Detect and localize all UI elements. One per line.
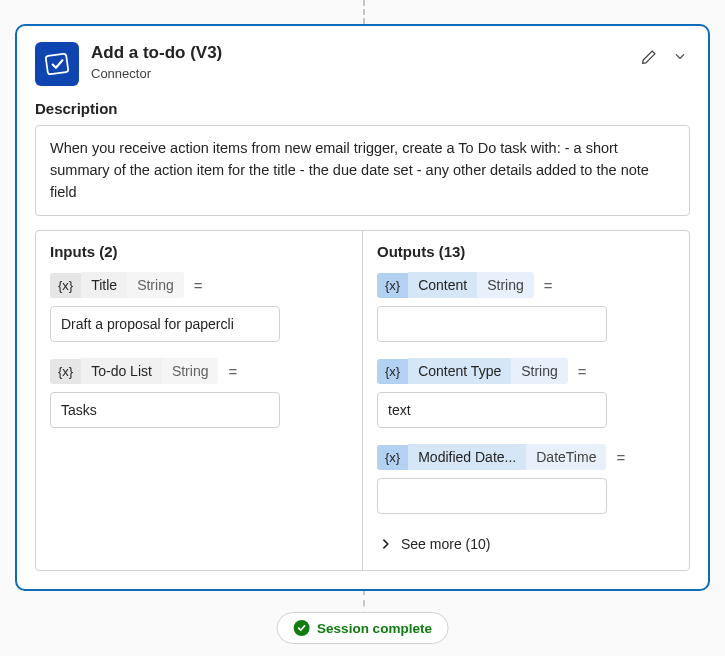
description-heading: Description <box>35 100 690 117</box>
card-subtitle: Connector <box>91 66 628 83</box>
param-type: String <box>127 272 184 298</box>
output-param: {x} Modified Date... DateTime = <box>377 444 675 514</box>
card-title: Add a to-do (V3) <box>91 42 628 64</box>
variable-icon: {x} <box>50 273 81 298</box>
see-more-button[interactable]: See more (10) <box>377 530 675 558</box>
equals-sign: = <box>194 277 203 294</box>
output-param: {x} Content String = <box>377 272 675 342</box>
input-value-field[interactable] <box>50 306 280 342</box>
title-block: Add a to-do (V3) Connector <box>91 42 628 83</box>
chevron-down-icon[interactable] <box>672 48 690 66</box>
session-status-label: Session complete <box>317 621 432 636</box>
card-header: Add a to-do (V3) Connector <box>35 42 690 86</box>
equals-sign: = <box>578 363 587 380</box>
output-value-field[interactable] <box>377 392 607 428</box>
param-name: Modified Date... <box>408 444 526 470</box>
param-type: String <box>511 358 568 384</box>
header-actions <box>640 48 690 66</box>
input-param: {x} To-do List String = <box>50 358 348 428</box>
session-status-badge: Session complete <box>276 612 449 644</box>
param-name: Content <box>408 272 477 298</box>
equals-sign: = <box>544 277 553 294</box>
param-type: String <box>162 358 219 384</box>
variable-icon: {x} <box>377 273 408 298</box>
output-param: {x} Content Type String = <box>377 358 675 428</box>
chevron-right-icon <box>379 537 393 551</box>
see-more-label: See more (10) <box>401 536 490 552</box>
input-value-field[interactable] <box>50 392 280 428</box>
action-card: Add a to-do (V3) Connector Description W… <box>15 24 710 591</box>
description-text: When you receive action items from new e… <box>35 125 690 216</box>
output-value-field[interactable] <box>377 306 607 342</box>
edit-icon[interactable] <box>640 48 658 66</box>
variable-icon: {x} <box>377 445 408 470</box>
input-param: {x} Title String = <box>50 272 348 342</box>
variable-icon: {x} <box>50 359 81 384</box>
param-type: DateTime <box>526 444 606 470</box>
param-name: Title <box>81 272 127 298</box>
equals-sign: = <box>228 363 237 380</box>
todo-icon <box>35 42 79 86</box>
param-name: Content Type <box>408 358 511 384</box>
check-icon <box>293 620 309 636</box>
output-value-field[interactable] <box>377 478 607 514</box>
outputs-heading: Outputs (13) <box>377 243 675 260</box>
equals-sign: = <box>616 449 625 466</box>
io-container: Inputs (2) {x} Title String = {x} To-do … <box>35 230 690 571</box>
svg-rect-0 <box>46 53 69 74</box>
param-name: To-do List <box>81 358 162 384</box>
variable-icon: {x} <box>377 359 408 384</box>
outputs-column: Outputs (13) {x} Content String = {x} Co… <box>363 231 689 570</box>
param-type: String <box>477 272 534 298</box>
connector-line-top <box>363 0 365 24</box>
inputs-column: Inputs (2) {x} Title String = {x} To-do … <box>36 231 363 570</box>
inputs-heading: Inputs (2) <box>50 243 348 260</box>
